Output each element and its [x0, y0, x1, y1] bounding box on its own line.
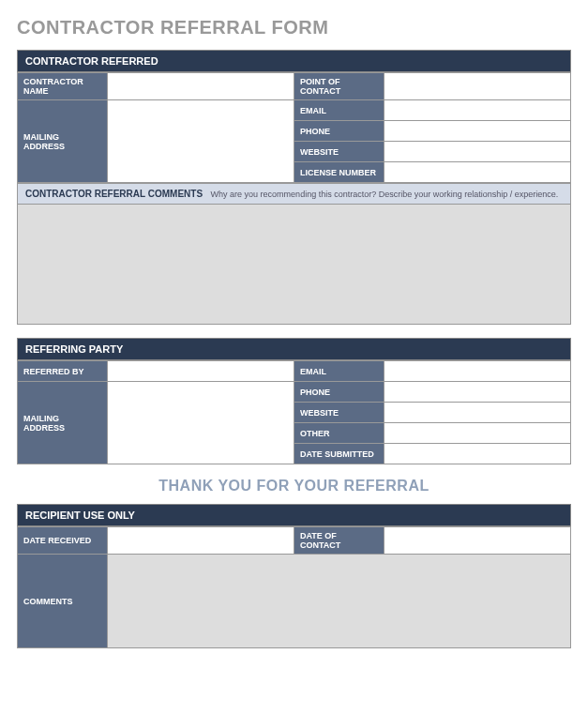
label-rp-other: OTHER	[294, 423, 384, 444]
input-phone[interactable]	[384, 121, 571, 142]
label-rp-website: WEBSITE	[294, 403, 384, 423]
label-rp-phone: PHONE	[294, 382, 384, 403]
label-point-of-contact: POINT OF CONTACT	[294, 73, 384, 100]
input-point-of-contact[interactable]	[384, 73, 571, 100]
input-website[interactable]	[384, 142, 571, 162]
input-contractor-name[interactable]	[108, 73, 294, 100]
input-rp-date-submitted[interactable]	[384, 444, 571, 464]
contractor-referred-table: CONTRACTOR NAME POINT OF CONTACT MAILING…	[17, 72, 571, 183]
recipient-use-only-table: DATE RECEIVED DATE OF CONTACT COMMENTS	[17, 526, 571, 648]
input-recipient-comments[interactable]	[108, 555, 571, 648]
label-date-of-contact: DATE OF CONTACT	[294, 527, 384, 555]
input-rp-other[interactable]	[384, 423, 571, 444]
label-rp-date-submitted: DATE SUBMITTED	[294, 444, 384, 464]
input-rp-phone[interactable]	[384, 382, 571, 403]
section-referring-party: REFERRING PARTY REFERRED BY EMAIL MAILIN…	[17, 338, 571, 464]
section-recipient-use-only: RECIPIENT USE ONLY DATE RECEIVED DATE OF…	[17, 504, 571, 648]
input-referred-by[interactable]	[108, 361, 294, 382]
label-mailing-address: MAILING ADDRESS	[18, 100, 108, 183]
section-contractor-referred: CONTRACTOR REFERRED CONTRACTOR NAME POIN…	[17, 50, 571, 325]
label-recipient-comments: COMMENTS	[18, 555, 108, 648]
input-rp-email[interactable]	[384, 361, 571, 382]
contractor-comments-hint: Why are you recommending this contractor…	[211, 190, 559, 199]
input-rp-website[interactable]	[384, 403, 571, 423]
input-rp-mailing-address[interactable]	[108, 382, 294, 464]
contractor-comments-header: CONTRACTOR REFERRAL COMMENTS Why are you…	[17, 183, 571, 205]
referring-party-header: REFERRING PARTY	[17, 338, 571, 360]
label-referred-by: REFERRED BY	[18, 361, 108, 382]
input-license-number[interactable]	[384, 162, 571, 183]
label-email: EMAIL	[294, 100, 384, 121]
label-phone: PHONE	[294, 121, 384, 142]
label-date-received: DATE RECEIVED	[18, 527, 108, 555]
label-contractor-name: CONTRACTOR NAME	[18, 73, 108, 100]
input-date-received[interactable]	[108, 527, 294, 555]
contractor-comments-area[interactable]	[17, 205, 571, 325]
input-email[interactable]	[384, 100, 571, 121]
contractor-comments-label: CONTRACTOR REFERRAL COMMENTS	[25, 189, 203, 199]
label-rp-mailing-address: MAILING ADDRESS	[18, 382, 108, 464]
input-date-of-contact[interactable]	[384, 527, 571, 555]
page-title: CONTRACTOR REFERRAL FORM	[17, 17, 571, 38]
label-license-number: LICENSE NUMBER	[294, 162, 384, 183]
thank-you-message: THANK YOU FOR YOUR REFERRAL	[17, 478, 571, 494]
label-rp-email: EMAIL	[294, 361, 384, 382]
referring-party-table: REFERRED BY EMAIL MAILING ADDRESS PHONE …	[17, 360, 571, 464]
input-mailing-address[interactable]	[108, 100, 294, 183]
label-website: WEBSITE	[294, 142, 384, 162]
recipient-use-only-header: RECIPIENT USE ONLY	[17, 504, 571, 526]
contractor-referred-header: CONTRACTOR REFERRED	[17, 50, 571, 72]
